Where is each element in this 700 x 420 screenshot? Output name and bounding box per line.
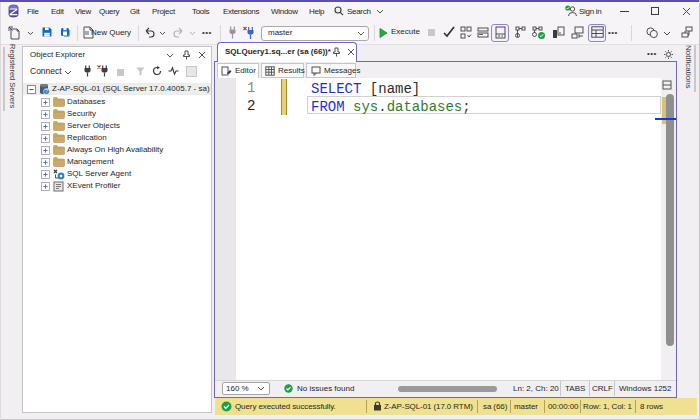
svg-text:?: ?: [45, 88, 48, 94]
